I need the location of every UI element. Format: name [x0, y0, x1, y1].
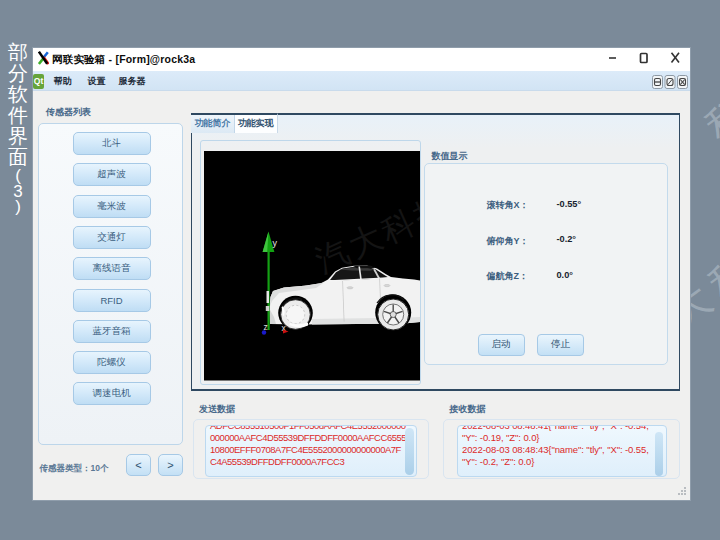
- svg-text:z: z: [263, 322, 267, 332]
- svg-text:y: y: [272, 238, 277, 248]
